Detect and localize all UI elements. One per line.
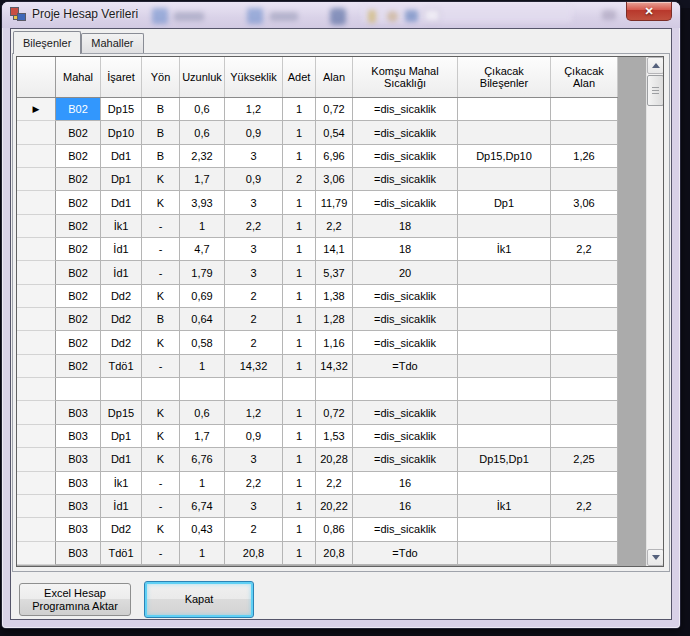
grid-cell[interactable] [142,378,180,401]
grid-cell[interactable]: 5,37 [316,261,353,284]
grid-cell[interactable]: Dd2 [101,331,142,354]
grid-cell[interactable]: 3 [225,145,283,168]
column-header[interactable]: İşaret [101,57,142,97]
grid-cell[interactable] [225,378,283,401]
grid-cell[interactable]: =Tdo [353,355,458,378]
grid-cell[interactable]: 18 [353,238,458,261]
row-header[interactable] [17,168,56,191]
grid-cell[interactable]: Dd1 [101,191,142,214]
grid-cell[interactable]: 0,54 [316,121,353,144]
grid-cell[interactable]: İk1 [458,238,551,261]
grid-cell[interactable]: =dis_sicaklik [353,331,458,354]
grid-cell[interactable] [551,98,618,121]
grid-cell[interactable] [56,378,101,401]
grid-cell[interactable]: 3 [225,191,283,214]
grid-cell[interactable]: 1 [283,98,316,121]
grid-cell[interactable] [458,472,551,495]
grid-cell[interactable]: 1 [283,425,316,448]
grid-cell[interactable]: B [142,98,180,121]
grid-cell[interactable]: B03 [56,495,101,518]
grid-cell[interactable]: B03 [56,472,101,495]
grid-cell[interactable]: 3,93 [180,191,225,214]
grid-cell[interactable]: 3 [225,448,283,471]
grid-cell[interactable]: 14,1 [316,238,353,261]
column-header[interactable]: Komşu Mahal Sıcaklığı [353,57,458,97]
grid-cell[interactable] [458,518,551,541]
grid-cell[interactable]: B03 [56,425,101,448]
grid-cell[interactable]: 6,96 [316,145,353,168]
grid-cell[interactable]: 1 [180,215,225,238]
grid-cell[interactable]: 0,72 [316,401,353,424]
grid-cell[interactable]: 1,2 [225,401,283,424]
grid-cell[interactable]: 20,8 [316,542,353,565]
grid-cell[interactable]: Dd2 [101,308,142,331]
grid-cell[interactable]: 6,74 [180,495,225,518]
grid-cell[interactable]: 0,72 [316,98,353,121]
grid-cell[interactable]: 2,2 [225,215,283,238]
grid-cell[interactable]: 0,9 [225,425,283,448]
grid-cell[interactable]: 0,6 [180,98,225,121]
grid-cell[interactable]: - [142,542,180,565]
grid-cell[interactable]: 2,2 [316,472,353,495]
grid-cell[interactable]: B03 [56,448,101,471]
grid-cell[interactable]: 1 [283,542,316,565]
grid-cell[interactable]: B02 [56,215,101,238]
grid-cell[interactable]: B02 [56,145,101,168]
grid-cell[interactable]: =dis_sicaklik [353,308,458,331]
grid-cell[interactable] [551,425,618,448]
grid-cell[interactable]: 1 [283,215,316,238]
grid-cell[interactable] [458,378,551,401]
grid-cell[interactable]: 1 [283,261,316,284]
grid-cell[interactable]: B [142,308,180,331]
grid-cell[interactable]: 1 [283,495,316,518]
grid-cell[interactable]: 1 [283,472,316,495]
grid-cell[interactable]: 2,2 [225,472,283,495]
grid-cell[interactable]: Dd1 [101,448,142,471]
grid-cell[interactable]: K [142,285,180,308]
grid-cell[interactable]: B02 [56,168,101,191]
row-header[interactable] [17,355,56,378]
grid-cell[interactable] [551,355,618,378]
grid-cell[interactable]: 1,2 [225,98,283,121]
grid-cell[interactable]: 1,7 [180,168,225,191]
grid-cell[interactable] [458,285,551,308]
grid-cell[interactable]: 20,28 [316,448,353,471]
row-header[interactable] [17,145,56,168]
grid-cell[interactable] [551,121,618,144]
grid-cell[interactable]: 0,9 [225,168,283,191]
grid-cell[interactable]: 1,7 [180,425,225,448]
grid-cell[interactable]: İd1 [101,238,142,261]
grid-cell[interactable]: 16 [353,495,458,518]
grid-cell[interactable]: B02 [56,331,101,354]
grid-cell[interactable]: 2 [225,518,283,541]
grid-cell[interactable]: K [142,401,180,424]
grid-cell[interactable]: 2 [283,168,316,191]
grid-cell[interactable]: İd1 [101,261,142,284]
grid-cell[interactable]: 1 [283,191,316,214]
grid-cell[interactable]: 1 [283,145,316,168]
grid-cell[interactable] [551,285,618,308]
grid-cell[interactable]: K [142,331,180,354]
grid-cell[interactable]: K [142,425,180,448]
grid-cell[interactable] [458,98,551,121]
tab-bilesenler[interactable]: Bileşenler [13,31,81,54]
column-header[interactable]: Yükseklik [225,57,283,97]
grid-cell[interactable] [458,215,551,238]
grid-cell[interactable] [551,401,618,424]
grid-cell[interactable]: - [142,495,180,518]
grid-cell[interactable]: - [142,215,180,238]
grid-cell[interactable] [458,308,551,331]
grid-cell[interactable]: 0,43 [180,518,225,541]
grid-cell[interactable]: 2,2 [551,238,618,261]
grid-cell[interactable]: Dp15 [101,98,142,121]
row-header[interactable] [17,495,56,518]
grid-corner-cell[interactable] [17,57,56,97]
grid-cell[interactable] [458,121,551,144]
grid-cell[interactable] [551,261,618,284]
row-header[interactable] [17,542,56,565]
grid-cell[interactable]: B03 [56,401,101,424]
row-header[interactable] [17,238,56,261]
grid-cell[interactable]: Dp15,Dp1 [458,448,551,471]
grid-cell[interactable] [551,215,618,238]
row-header[interactable] [17,472,56,495]
